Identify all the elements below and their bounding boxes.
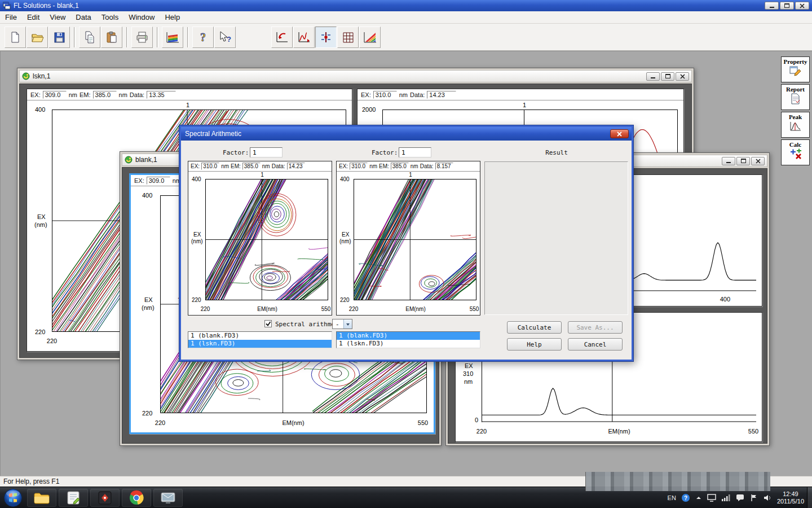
factor2-input[interactable] bbox=[399, 147, 431, 157]
operator-combobox[interactable]: - bbox=[332, 319, 352, 329]
taskbar-clock[interactable]: 12:49 2011/5/10 bbox=[777, 491, 804, 505]
list-item-selected[interactable]: 1 (lskn.FD3) bbox=[188, 340, 332, 348]
factor1-input[interactable] bbox=[250, 147, 283, 157]
dialog-left-eem-panel: EX: 310.0 nm EM: 385.0 nm Data: 14.23 40… bbox=[188, 161, 332, 316]
monitor-icon[interactable] bbox=[707, 494, 716, 502]
spectral-arithmetic-checkbox-label: Spectral arithme bbox=[275, 321, 335, 328]
peak-scale-button[interactable] bbox=[293, 27, 315, 48]
peak-icon bbox=[789, 121, 802, 132]
maximize-button[interactable] bbox=[661, 72, 674, 81]
svg-text:?: ? bbox=[200, 31, 206, 43]
desktop-wallpaper-peek bbox=[585, 472, 770, 491]
menu-data[interactable]: Data bbox=[70, 11, 96, 23]
menu-help[interactable]: Help bbox=[160, 11, 185, 23]
y-axis-label: EX bbox=[342, 231, 349, 238]
report-label: Report bbox=[786, 86, 805, 93]
menu-window[interactable]: Window bbox=[123, 11, 160, 23]
paste-icon bbox=[105, 30, 118, 44]
x-axis-max: 550 bbox=[748, 428, 758, 435]
menu-edit[interactable]: Edit bbox=[22, 11, 45, 23]
window-lskn-title: lskn,1 bbox=[33, 72, 50, 80]
menu-file[interactable]: File bbox=[0, 11, 22, 23]
peak-button[interactable]: Peak bbox=[781, 112, 810, 138]
reset-scale-button[interactable] bbox=[271, 27, 293, 48]
eem-plot[interactable] bbox=[354, 179, 476, 300]
report-button[interactable]: Report bbox=[781, 84, 810, 110]
grid-button[interactable] bbox=[337, 27, 359, 48]
context-help-button[interactable]: ? bbox=[214, 27, 236, 48]
show-hidden-icons[interactable] bbox=[695, 494, 702, 501]
tracker-button[interactable] bbox=[315, 27, 337, 48]
taskbar-item-chrome[interactable] bbox=[122, 489, 151, 507]
system-tray: EN ? 12:49 2011/5/10 bbox=[668, 491, 812, 505]
start-button[interactable] bbox=[3, 488, 23, 507]
volume-icon[interactable] bbox=[763, 494, 772, 502]
copy-button[interactable] bbox=[79, 27, 100, 48]
dialog-close-button[interactable] bbox=[610, 129, 629, 138]
3d-view-button[interactable] bbox=[162, 27, 183, 48]
spectral-arithmetic-checkbox[interactable] bbox=[264, 320, 272, 327]
taskbar-item-explorer[interactable] bbox=[27, 489, 56, 507]
help-button[interactable]: ? bbox=[192, 27, 214, 48]
y-axis-unit: nm bbox=[464, 378, 473, 385]
menu-view[interactable]: View bbox=[45, 11, 70, 23]
close-button[interactable] bbox=[751, 157, 765, 165]
list-item[interactable]: 1 (blank.FD3) bbox=[188, 332, 332, 340]
em-label: EM: bbox=[231, 163, 241, 169]
toolbar-separator bbox=[74, 27, 76, 47]
contour-palette-icon bbox=[363, 30, 377, 44]
contour-palette-button[interactable] bbox=[359, 27, 381, 48]
ex-label: EX: bbox=[339, 163, 348, 169]
y-axis-min: 220 bbox=[340, 297, 350, 303]
minimize-button[interactable] bbox=[646, 72, 660, 81]
close-button[interactable] bbox=[676, 72, 689, 81]
minimize-button[interactable] bbox=[765, 2, 779, 10]
help-bubble-icon[interactable]: ? bbox=[681, 493, 690, 502]
result-panel bbox=[484, 161, 628, 315]
app-titlebar[interactable]: FL Solutions - blank,1 bbox=[0, 0, 812, 11]
y-axis-max: 400 bbox=[142, 192, 152, 199]
taskbar-item-editor[interactable] bbox=[59, 489, 88, 507]
paste-button[interactable] bbox=[101, 27, 122, 48]
show-desktop-button[interactable] bbox=[807, 487, 812, 508]
message-icon[interactable] bbox=[736, 494, 745, 502]
eem-plot[interactable] bbox=[205, 179, 328, 300]
nm-unit: nm bbox=[119, 91, 127, 98]
chrome-icon bbox=[129, 490, 144, 506]
new-button[interactable] bbox=[5, 27, 26, 48]
network-icon[interactable] bbox=[721, 494, 731, 502]
list-item[interactable]: 1 (lskn.FD3) bbox=[337, 340, 480, 348]
dialog-titlebar[interactable]: Spectral Arithmetic bbox=[181, 127, 632, 141]
taskbar-item-app[interactable] bbox=[90, 489, 120, 507]
right-data-listbox[interactable]: 1 (blank.FD3) 1 (lskn.FD3) bbox=[336, 331, 480, 348]
language-indicator[interactable]: EN bbox=[668, 494, 676, 501]
list-item-selected[interactable]: 1 (blank.FD3) bbox=[337, 332, 480, 340]
print-button[interactable] bbox=[131, 27, 153, 48]
action-center-flag-icon[interactable] bbox=[750, 494, 758, 502]
app-icon bbox=[3, 2, 11, 10]
status-text: For Help, press F1 bbox=[3, 478, 59, 485]
taskbar-item-mail[interactable] bbox=[153, 489, 183, 507]
cancel-button[interactable]: Cancel bbox=[568, 338, 623, 351]
calculate-button[interactable]: Calculate bbox=[507, 321, 562, 334]
calc-button[interactable]: Calc bbox=[781, 139, 810, 165]
window-controls bbox=[722, 157, 765, 165]
window-lskn-titlebar[interactable]: lskn,1 bbox=[19, 70, 692, 82]
close-button[interactable] bbox=[795, 2, 809, 10]
property-button[interactable]: Property bbox=[781, 56, 810, 82]
menu-tools[interactable]: Tools bbox=[96, 11, 123, 23]
save-button[interactable] bbox=[48, 27, 70, 48]
left-data-listbox[interactable]: 1 (blank.FD3) 1 (lskn.FD3) bbox=[188, 331, 332, 348]
ex-label: EX: bbox=[191, 163, 200, 169]
windows-start-icon bbox=[3, 488, 23, 507]
help-icon: ? bbox=[196, 30, 210, 44]
y-axis-max: 2000 bbox=[362, 106, 376, 113]
maximize-button[interactable] bbox=[736, 157, 750, 165]
help-button[interactable]: Help bbox=[507, 338, 562, 351]
em-value: 385.0 bbox=[93, 91, 117, 99]
minimize-button[interactable] bbox=[722, 157, 735, 165]
open-button[interactable] bbox=[27, 27, 48, 48]
property-label: Property bbox=[784, 58, 807, 65]
maximize-button[interactable] bbox=[780, 2, 794, 10]
combo-dropdown-button[interactable] bbox=[343, 319, 352, 329]
